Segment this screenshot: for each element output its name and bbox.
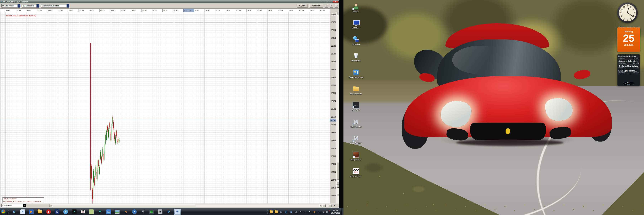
calendar-gadget[interactable]: Montag 25 Juli 2011 [617,27,640,52]
feed-item[interactable]: Großbrand legt Bahn...MSN Nac...Fri Jul … [618,65,639,69]
vertical-scroll-thumb[interactable] [336,162,339,179]
window-title: mi Dow Jones - 10 Sekunden [3,1,28,3]
taskbar-grip[interactable] [8,209,9,214]
quick-recycle-icon[interactable]: ♺ [294,210,298,214]
time-axis-label: 00:20 [110,9,121,12]
buy-button[interactable]: Kaufen [296,4,308,8]
overflow-chevron[interactable]: » [300,210,301,212]
ie-icon[interactable]: e [10,209,18,215]
scroll-left-button[interactable]: ◀ [50,204,52,207]
restore-button[interactable] [327,1,332,3]
clock-gadget[interactable]: 121234567891011 [617,3,638,23]
tray-expand-icon[interactable]: ▲ [303,211,307,213]
feed-item-title: Chinese erfindet US-... [618,60,639,62]
desktop-icon-cmc-verena[interactable]: MCMC Verena [348,119,364,134]
price-axis-label: 12619 [331,69,336,71]
chart-plot-area[interactable]: mi Dow Jones (Candle Stick (Kerzen)) Jul… [0,12,330,203]
desktop-icon-wintv-7[interactable]: WinTVWinTV 7 [348,102,364,117]
scroll-up-button[interactable]: ▲ [336,12,339,15]
network-status-icon[interactable]: × [326,210,329,213]
volume-app-icon[interactable]: ◀) [122,209,129,215]
mediamonkey-icon[interactable]: M [139,209,146,215]
green-app-icon[interactable] [88,209,95,215]
draw-line-icon[interactable]: ╱ [330,4,333,8]
tray-volume-orange-icon[interactable]: ◀) [312,211,316,213]
horizontal-scroll-thumb[interactable] [53,204,196,207]
sell-button[interactable]: Verkaufen [310,4,323,8]
cyberlink-icon[interactable]: C [54,209,61,215]
zoom-in-horizontal-button[interactable]: + [329,204,332,207]
pager-up-icon[interactable]: ▲ [625,83,626,84]
device-icon[interactable]: ◉ [156,209,164,215]
chevron-down-icon[interactable]: ▼ [18,4,20,8]
desktop-icon-verena[interactable]: Verena [348,3,364,18]
action-center-flag-icon[interactable]: ⚑ [308,211,312,213]
trading-window[interactable]: ✳ mi Dow Jones - 10 Sekunden mi Dow Jone… [0,0,339,208]
analysis-tool-combobox[interactable]: Analysetool ▼ [2,204,26,207]
photo-viewer-icon[interactable] [114,209,121,215]
control-panel-icon[interactable]: ▤ [105,209,112,215]
ie2-icon[interactable]: e [165,209,172,215]
price-axis-label: 12569 [331,108,336,110]
show-desktop-button[interactable] [342,208,344,215]
desktop-icon-label: CMC Barbara [350,142,362,144]
start-button[interactable] [1,209,6,214]
volume-bars-icon[interactable]: ılıl [325,4,328,8]
news-feed-gadget[interactable]: Italienische Regierun...MSN Nac...Sat Ju… [617,54,640,86]
feed-item[interactable]: Italienische Regierun...MSN Nac...Sat Ju… [618,55,639,60]
quick-network-icon[interactable]: ◍ [284,210,288,214]
desktop-icon-mplayerc-exe[interactable]: 321mplayerc.exe [348,168,364,183]
nero-flame-icon[interactable]: ▲ [45,209,52,215]
scroll-right-button[interactable]: ▶ [320,204,322,207]
desktop-icon-wallperizer1[interactable]: Wallperizer1 [348,152,364,167]
interval-combobox[interactable]: 10 Sekunden ▼ [22,4,39,8]
close-button[interactable] [332,1,339,3]
quick-computer-icon[interactable]: ⊡ [279,210,283,214]
time-axis-label: 02:00 [215,9,226,12]
charttype-combobox[interactable]: Candle Stick (Kerzen) ▼ [41,4,70,8]
chevron-down-icon[interactable]: ▼ [66,4,70,8]
zoom-out-horizontal-button[interactable]: − [323,204,326,207]
chevron-down-icon[interactable]: ▼ [36,4,39,8]
horizontal-scrollbar[interactable]: ◀ ▶ − + [49,204,332,207]
task-manager-icon[interactable]: ▦ [148,209,155,215]
zoom-out-vertical-button[interactable]: − [336,193,339,196]
vertical-scrollbar[interactable]: ▲ ▼ + − [336,12,339,203]
quick-user-folder-icon[interactable] [274,210,278,214]
reset-button[interactable]: R [332,204,336,207]
desktop-icon-systemsteuerung[interactable]: Systemsteuerung [348,69,364,84]
scroll-down-button[interactable]: ▼ [336,182,339,184]
symbol-combobox[interactable]: mi Dow Jones ▼ [2,4,20,8]
desktop-icon-cmc-barbara[interactable]: MCMC Barbara [348,135,364,150]
quick-presentation-icon[interactable]: ▣ [289,210,293,214]
quick-folder-icon[interactable] [269,210,273,214]
trading-app-icon[interactable]: ✳ [174,209,181,215]
titlebar[interactable]: ✳ mi Dow Jones - 10 Sekunden [0,0,339,3]
second-monitor-desktop[interactable]: VerenaComputerNetzwerkPapierkorbSystemst… [344,0,644,215]
mail-icon[interactable]: ✉ [19,209,26,215]
taskbar-grip[interactable] [267,209,268,214]
desktop-icon-computer[interactable]: Computer [348,20,364,35]
cascade-windows-icon[interactable]: ❐ [335,4,338,8]
minimize-button[interactable] [322,1,327,3]
bluetooth-icon[interactable]: ᛒ [317,211,321,213]
snowflake-ball-icon[interactable]: ❄ [62,209,69,215]
tray-clock[interactable]: 00:21 25.07.2011 [331,209,340,214]
feed-item[interactable]: EHEC-Spur führt na...MSN Nac...Fri Jul 1 [618,69,639,74]
desktop-icon-netzwerk[interactable]: Netzwerk [348,36,364,51]
desktop-icon-papierkorb[interactable]: Papierkorb [348,53,364,68]
zoom-in-vertical-button[interactable]: + [336,185,339,187]
explorer-folder-icon[interactable] [36,209,44,215]
chevron-down-icon[interactable]: ▼ [23,204,26,207]
feed-item-date: Fri Jul 1 [634,72,639,74]
pager-down-icon[interactable]: ▼ [631,83,632,84]
media-player-icon[interactable]: ▶ [28,209,35,215]
media-player-classic-icon[interactable]: 321 [79,209,86,215]
feed-item[interactable]: Chinese erfindet US-...MSN Nac...Sat Jul… [618,60,639,65]
cubes-icon[interactable]: ❖ [96,209,104,215]
tray-volume-icon[interactable]: ◀) [322,211,326,213]
hand-app-icon[interactable]: ✶ [71,209,78,215]
desktop-icon-desktopstarts[interactable]: Desktopstarts [348,86,364,101]
gauge-icon[interactable]: ◔ [131,209,138,215]
folder-glyph [274,210,278,213]
